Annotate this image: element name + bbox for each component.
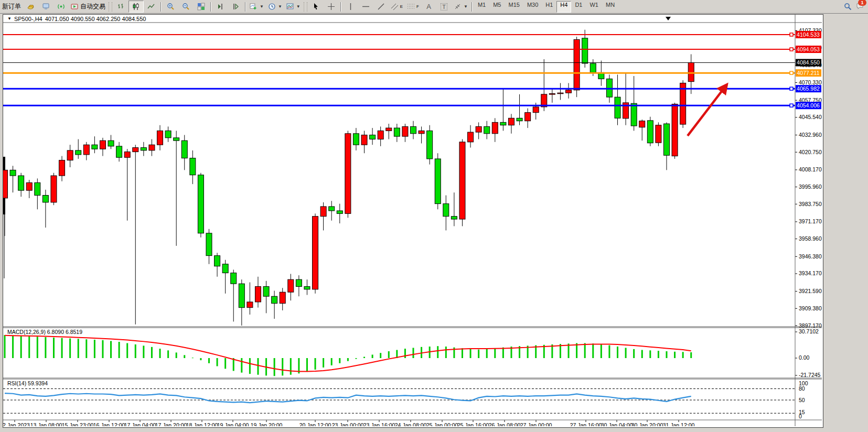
bar-chart-icon <box>117 3 125 10</box>
timeframe-d1-button[interactable]: D1 <box>571 1 586 13</box>
macd-histogram-bar <box>315 358 316 370</box>
macd-histogram-bar <box>217 358 218 366</box>
new-order-button[interactable]: 新订单 <box>0 1 23 13</box>
rsi-axis-label: 0 <box>799 413 802 419</box>
timeframe-mn-button[interactable]: MN <box>602 1 618 13</box>
price-chart[interactable]: 4107.3304095.1204082.5404070.3304057.750… <box>3 15 822 426</box>
toolbar-grip[interactable] <box>109 2 112 12</box>
search-icon[interactable] <box>844 3 852 10</box>
macd-histogram-bar <box>584 343 586 358</box>
macd-histogram-bar <box>388 351 390 358</box>
macd-histogram-bar <box>78 339 79 358</box>
symbol-dropdown-icon[interactable]: ▼ <box>7 16 12 21</box>
macd-histogram-bar <box>28 336 30 358</box>
macd-histogram-bar <box>274 358 275 376</box>
macd-histogram-bar <box>126 343 128 358</box>
indicators-button[interactable]: ▼ <box>248 1 266 13</box>
price-label-text: 4104.533 <box>797 31 820 38</box>
macd-histogram-bar <box>159 349 161 358</box>
candle-body <box>304 287 310 289</box>
toolbar-grip[interactable] <box>304 2 307 12</box>
candle-body <box>190 158 196 175</box>
arrows-tool-button[interactable]: ▼ <box>452 1 470 13</box>
auto-trading-button[interactable]: 自动交易 <box>69 1 108 13</box>
channel-tool-button[interactable]: E <box>389 1 405 13</box>
trendline-icon <box>377 3 385 10</box>
line-handle[interactable] <box>790 33 793 36</box>
line-handle[interactable] <box>790 48 793 51</box>
line-chart-icon <box>147 3 155 10</box>
horizontal-line-tool-button[interactable] <box>358 1 373 13</box>
notifications-button[interactable]: 1 <box>856 2 864 12</box>
zoom-out-button[interactable] <box>178 1 194 13</box>
candle-body <box>558 93 563 94</box>
zoom-in-button[interactable] <box>163 1 178 13</box>
vertical-line-tool-button[interactable] <box>343 1 358 13</box>
candle-body <box>263 287 269 297</box>
channel-icon <box>391 3 399 10</box>
candle-body <box>83 145 89 155</box>
rsi-line <box>5 393 691 403</box>
new-order-label: 新订单 <box>2 2 21 11</box>
cursor-icon <box>312 3 320 10</box>
terminal-icon-button[interactable] <box>38 1 53 13</box>
symbol-ohlc-values: 4071.050 4090.550 4062.250 4084.550 <box>45 16 146 22</box>
timeframe-w1-button[interactable]: W1 <box>586 1 602 13</box>
periods-button[interactable]: ▼ <box>266 1 284 13</box>
candle-body <box>435 159 441 204</box>
candle-body <box>255 287 261 302</box>
time-label: 17 Jan 04:00 <box>124 422 156 426</box>
text-tool-button[interactable]: A <box>421 1 436 13</box>
auto-scroll-button[interactable] <box>213 1 228 13</box>
candle-chart-mode-button[interactable] <box>128 1 144 13</box>
line-chart-mode-button[interactable] <box>144 1 159 13</box>
terminal-icon <box>42 3 50 10</box>
timeframe-m5-button[interactable]: M5 <box>489 1 505 13</box>
timeframe-m1-button[interactable]: M1 <box>474 1 489 13</box>
macd-histogram-bar <box>69 339 71 358</box>
candle-body <box>157 131 163 145</box>
axis-tick-label: 3934.170 <box>799 270 822 276</box>
line-handle[interactable] <box>790 104 793 107</box>
line-handle[interactable] <box>790 87 793 90</box>
label-tool-button[interactable]: T <box>436 1 452 13</box>
axis-tick-label: 3946.380 <box>799 253 822 260</box>
macd-histogram-bar <box>339 358 340 363</box>
macd-histogram-bar <box>102 340 103 358</box>
macd-label: MACD(12,26,9) 6.8090 6.8519 <box>7 329 82 335</box>
chart-shift-button[interactable] <box>228 1 243 13</box>
crosshair-tool-button[interactable] <box>324 1 339 13</box>
signal-icon-button[interactable] <box>53 1 69 13</box>
templates-button[interactable]: ▼ <box>284 1 303 13</box>
macd-histogram-bar <box>45 337 46 358</box>
line-handle[interactable] <box>790 71 793 74</box>
candle-body <box>631 103 637 126</box>
chart-shift-marker[interactable] <box>666 17 671 20</box>
tile-windows-button[interactable] <box>194 1 209 13</box>
timeframe-m15-button[interactable]: M15 <box>505 1 523 13</box>
macd-histogram-bar <box>601 344 602 358</box>
timeframe-m30-button[interactable]: M30 <box>523 1 542 13</box>
bar-chart-mode-button[interactable] <box>113 1 128 13</box>
candle-body <box>149 145 155 150</box>
candle-body <box>574 39 580 90</box>
macd-histogram-bar <box>241 358 242 373</box>
candle-body <box>419 131 424 133</box>
macd-histogram-bar <box>192 358 194 358</box>
time-label: 20 Jan 12:00 <box>299 422 331 426</box>
zoom-in-icon <box>167 3 175 10</box>
ingot-icon-button[interactable] <box>23 1 38 13</box>
fibo-tag: F <box>416 4 419 9</box>
channel-tag: E <box>400 4 403 9</box>
macd-histogram-bar <box>110 341 112 358</box>
timeframe-h1-button[interactable]: H1 <box>542 1 556 13</box>
candle-body <box>427 131 433 159</box>
time-label: 19 Jan 04:00 <box>217 422 249 426</box>
timeframe-h4-button[interactable]: H4 <box>556 1 571 13</box>
trendline-tool-button[interactable] <box>373 1 389 13</box>
trend-arrow-object[interactable] <box>688 84 727 136</box>
cursor-tool-button[interactable] <box>308 1 324 13</box>
candle-body <box>337 211 342 213</box>
fibonacci-tool-button[interactable]: F <box>405 1 421 13</box>
candle-body <box>239 284 244 307</box>
